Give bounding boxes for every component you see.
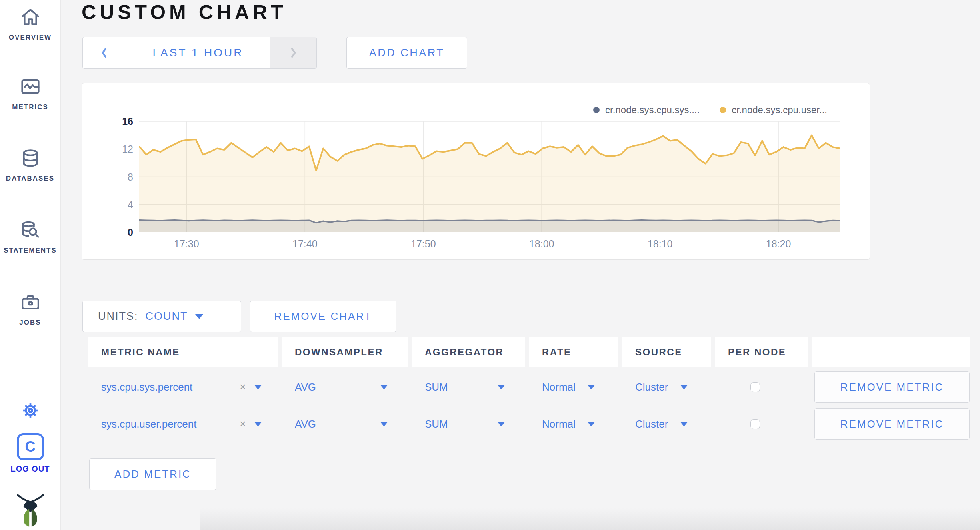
rate-select[interactable]: Normal	[529, 369, 618, 406]
chevron-down-icon	[195, 314, 203, 319]
chevron-right-icon	[288, 46, 298, 60]
rate-select[interactable]: Normal	[529, 406, 618, 442]
sidebar-item-jobs[interactable]: JOBS	[0, 291, 60, 327]
metric-name-select[interactable]: sys.cpu.user.percent ×	[88, 406, 278, 442]
source-select[interactable]: Cluster	[622, 406, 711, 442]
clear-icon[interactable]: ×	[240, 381, 246, 393]
legend-dot-sys	[593, 107, 600, 113]
chevron-down-icon	[680, 422, 688, 426]
column-header-actions	[812, 337, 970, 367]
chevron-down-icon	[380, 385, 388, 389]
units-row: UNITS: COUNT REMOVE CHART	[82, 301, 396, 332]
remove-chart-button[interactable]: REMOVE CHART	[250, 301, 396, 332]
metric-row: sys.cpu.user.percent × AVG SUM Normal Cl…	[88, 406, 970, 442]
legend-item-user[interactable]: cr.node.sys.cpu.user...	[720, 104, 827, 116]
downsampler-select[interactable]: AVG	[282, 406, 408, 442]
database-icon	[19, 147, 42, 170]
source-select[interactable]: Cluster	[622, 369, 711, 406]
time-range-selector: LAST 1 HOUR	[82, 37, 317, 69]
svg-text:12: 12	[122, 143, 133, 155]
metric-row: sys.cpu.sys.percent × AVG SUM Normal Clu…	[88, 369, 970, 406]
per-node-checkbox[interactable]	[750, 382, 760, 392]
logout-label: LOG OUT	[10, 464, 50, 474]
cockroach-c-icon: C	[17, 433, 44, 460]
per-node-cell	[715, 406, 808, 442]
add-chart-button[interactable]: ADD CHART	[346, 37, 467, 69]
column-header-rate: RATE	[529, 337, 618, 367]
aggregator-select[interactable]: SUM	[412, 406, 525, 442]
metric-name-select[interactable]: sys.cpu.sys.percent ×	[88, 369, 278, 406]
legend-dot-user	[720, 107, 726, 113]
svg-text:16: 16	[122, 116, 133, 127]
sidebar-item-statements[interactable]: STATEMENTS	[0, 219, 60, 255]
sidebar-item-databases[interactable]: DATABASES	[0, 147, 60, 183]
svg-text:0: 0	[128, 227, 133, 238]
metrics-table-header: METRIC NAME DOWNSAMPLER AGGREGATOR RATE …	[88, 337, 970, 367]
remove-metric-button[interactable]: REMOVE METRIC	[814, 371, 970, 403]
chart-legend: cr.node.sys.cpu.sys.... cr.node.sys.cpu.…	[593, 104, 827, 116]
chart-panel: 048121617:3017:4017:5018:0018:1018:20 cr…	[82, 83, 870, 260]
chevron-down-icon	[680, 385, 688, 389]
sidebar-item-overview[interactable]: OVERVIEW	[0, 6, 60, 42]
svg-text:8: 8	[128, 171, 133, 183]
per-node-checkbox[interactable]	[750, 419, 760, 429]
svg-text:18:00: 18:00	[529, 238, 554, 249]
chevron-down-icon	[497, 385, 505, 389]
briefcase-icon	[19, 291, 42, 314]
sidebar-item-label: OVERVIEW	[9, 34, 52, 42]
metrics-icon	[19, 75, 42, 98]
svg-text:17:50: 17:50	[411, 238, 436, 249]
column-header-source: SOURCE	[622, 337, 711, 367]
chevron-down-icon	[380, 422, 388, 426]
column-header-per-node: PER NODE	[715, 337, 808, 367]
units-dropdown[interactable]: UNITS: COUNT	[82, 301, 241, 332]
column-header-downsampler: DOWNSAMPLER	[282, 337, 408, 367]
per-node-cell	[715, 369, 808, 406]
clear-icon[interactable]: ×	[240, 418, 246, 430]
aggregator-select[interactable]: SUM	[412, 369, 525, 406]
chevron-down-icon	[587, 385, 595, 389]
controls-row: LAST 1 HOUR ADD CHART	[82, 37, 467, 69]
sidebar-item-label: JOBS	[19, 319, 41, 327]
sidebar-item-metrics[interactable]: METRICS	[0, 75, 60, 111]
remove-metric-button[interactable]: REMOVE METRIC	[814, 408, 970, 440]
chevron-down-icon	[497, 422, 505, 426]
home-icon	[19, 6, 42, 29]
bottom-shadow	[200, 508, 980, 530]
chevron-down-icon[interactable]	[254, 385, 262, 389]
actions-cell: REMOVE METRIC	[812, 369, 970, 406]
chevron-down-icon[interactable]	[254, 422, 262, 426]
column-header-aggregator: AGGREGATOR	[412, 337, 525, 367]
statements-icon	[19, 219, 42, 242]
sidebar-settings[interactable]	[0, 400, 60, 422]
time-range-prev-button[interactable]	[83, 37, 126, 68]
sidebar-item-label: DATABASES	[6, 175, 54, 183]
sidebar-item-label: STATEMENTS	[4, 247, 57, 255]
actions-cell: REMOVE METRIC	[812, 406, 970, 442]
custom-chart-page: OVERVIEW METRICS DATABASES STATEMENTS JO	[0, 0, 980, 530]
sidebar: OVERVIEW METRICS DATABASES STATEMENTS JO	[0, 0, 61, 530]
downsampler-select[interactable]: AVG	[282, 369, 408, 406]
gear-icon	[20, 400, 40, 422]
legend-item-sys[interactable]: cr.node.sys.cpu.sys....	[593, 104, 700, 116]
time-range-label[interactable]: LAST 1 HOUR	[126, 37, 270, 68]
sidebar-logout[interactable]: C LOG OUT	[0, 433, 60, 474]
column-header-metric-name: METRIC NAME	[88, 337, 278, 367]
time-range-next-button[interactable]	[270, 37, 316, 68]
svg-text:17:30: 17:30	[174, 238, 199, 249]
chevron-down-icon	[587, 422, 595, 426]
svg-text:18:20: 18:20	[766, 238, 791, 249]
svg-text:18:10: 18:10	[648, 238, 673, 249]
cockroach-logo	[0, 492, 60, 528]
sidebar-item-label: METRICS	[12, 103, 48, 111]
svg-text:4: 4	[128, 199, 133, 210]
page-title: CUSTOM CHART	[82, 1, 287, 24]
svg-text:17:40: 17:40	[292, 238, 318, 249]
add-metric-button[interactable]: ADD METRIC	[89, 458, 216, 490]
chevron-left-icon	[99, 46, 110, 60]
